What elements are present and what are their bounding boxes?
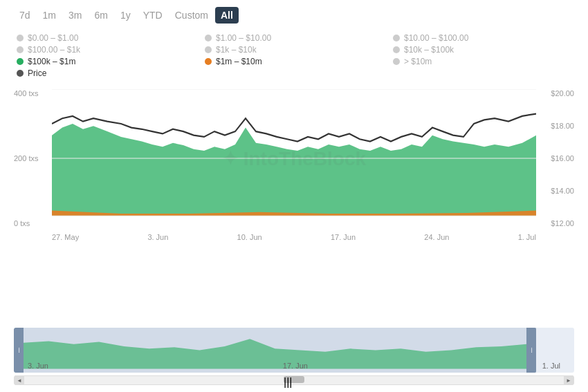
legend: $0.00 – $1.00 $1.00 – $10.00 $10.00 – $1… bbox=[14, 33, 574, 78]
main-container: 7d 1m 3m 6m 1y YTD Custom All $0.00 – $1… bbox=[0, 0, 588, 392]
legend-item-10k-100k: $10k – $100k bbox=[393, 45, 574, 55]
legend-item-10-100: $10.00 – $100.00 bbox=[393, 33, 574, 43]
y-axis-right: $20.00 $18.00 $16.00 $14.00 $12.00 bbox=[540, 89, 574, 241]
scrollbar-thumb[interactable]: ||| bbox=[284, 376, 304, 383]
legend-item-0-1: $0.00 – $1.00 bbox=[17, 33, 198, 43]
y-label-12: $12.00 bbox=[551, 219, 574, 227]
legend-item-price: Price bbox=[17, 68, 198, 78]
btn-6m[interactable]: 6m bbox=[89, 7, 113, 24]
legend-label: > $10m bbox=[404, 57, 432, 66]
y-label-20: $20.00 bbox=[551, 89, 574, 97]
x-label-jun24: 24. Jun bbox=[424, 233, 449, 241]
nav-label-jul1: 1. Jul bbox=[542, 362, 560, 370]
y-label-18: $18.00 bbox=[551, 122, 574, 130]
btn-7d[interactable]: 7d bbox=[14, 7, 36, 24]
legend-label: $0.00 – $1.00 bbox=[28, 33, 78, 43]
legend-item-100-1k: $100.00 – $1k bbox=[17, 45, 198, 55]
y-label-16: $16.00 bbox=[551, 154, 574, 162]
btn-1y[interactable]: 1y bbox=[115, 7, 136, 24]
legend-item-1k-10k: $1k – $10k bbox=[205, 45, 386, 55]
x-label-jun17: 17. Jun bbox=[331, 233, 356, 241]
scrollbar-track: ◄ ||| ► bbox=[14, 375, 574, 385]
legend-dot bbox=[393, 58, 400, 65]
legend-dot bbox=[393, 35, 400, 41]
legend-dot bbox=[205, 35, 212, 41]
legend-dot bbox=[205, 58, 212, 65]
chart-wrapper: 400 txs 200 txs 0 txs $20.00 $18.00 $16.… bbox=[14, 89, 574, 325]
legend-dot bbox=[17, 46, 24, 53]
btn-1m[interactable]: 1m bbox=[37, 7, 62, 24]
legend-item-100k-1m: $100k – $1m bbox=[17, 57, 198, 66]
legend-dot bbox=[17, 58, 24, 65]
btn-ytd[interactable]: YTD bbox=[138, 7, 168, 24]
legend-item-1m-10m: $1m – $10m bbox=[205, 57, 386, 66]
chart-svg bbox=[52, 89, 536, 227]
y-label-0: 0 txs bbox=[14, 219, 52, 227]
legend-dot bbox=[17, 70, 24, 77]
legend-dot bbox=[205, 46, 212, 53]
x-label-may27: 27. May bbox=[52, 233, 79, 241]
legend-dot bbox=[17, 35, 24, 41]
legend-item-1-10: $1.00 – $10.00 bbox=[205, 33, 386, 43]
legend-label: $1k – $10k bbox=[216, 45, 257, 55]
time-range-bar: 7d 1m 3m 6m 1y YTD Custom All bbox=[14, 7, 574, 24]
legend-label: $1m – $10m bbox=[216, 57, 262, 66]
y-axis-left: 400 txs 200 txs 0 txs bbox=[14, 89, 52, 241]
legend-label: $10k – $100k bbox=[404, 45, 454, 55]
y-label-200: 200 txs bbox=[14, 154, 52, 162]
btn-custom[interactable]: Custom bbox=[169, 7, 214, 24]
x-label-jul1: 1. Jul bbox=[518, 233, 536, 241]
chart-area: 400 txs 200 txs 0 txs $20.00 $18.00 $16.… bbox=[14, 89, 574, 241]
nav-x-labels: 3. Jun 17. Jun 1. Jul bbox=[14, 362, 574, 370]
nav-label-jun3: 3. Jun bbox=[28, 362, 48, 370]
legend-label: $1.00 – $10.00 bbox=[216, 33, 271, 43]
legend-item-gt-10m: > $10m bbox=[393, 57, 574, 66]
btn-3m[interactable]: 3m bbox=[63, 7, 87, 24]
y-label-400: 400 txs bbox=[14, 89, 52, 97]
scrollbar-left-arrow[interactable]: ◄ bbox=[15, 375, 24, 385]
x-axis: 27. May 3. Jun 10. Jun 17. Jun 24. Jun 1… bbox=[52, 227, 536, 241]
legend-dot bbox=[393, 46, 400, 53]
chart-svg-container: ✦ IntoTheBlock bbox=[52, 89, 536, 227]
legend-label: Price bbox=[28, 68, 46, 78]
scrollbar-right-arrow[interactable]: ► bbox=[564, 375, 573, 385]
nav-label-jun17: 17. Jun bbox=[283, 362, 308, 370]
nav-chart: ⁞ ⁞ 3. Jun 17. Jun 1. Jul bbox=[14, 328, 574, 373]
x-label-jun10: 10. Jun bbox=[237, 233, 262, 241]
btn-all[interactable]: All bbox=[215, 7, 239, 24]
y-label-14: $14.00 bbox=[551, 187, 574, 195]
scrollbar-inner: ||| bbox=[24, 376, 564, 384]
legend-label: $100k – $1m bbox=[28, 57, 75, 66]
legend-label: $10.00 – $100.00 bbox=[404, 33, 468, 43]
legend-label: $100.00 – $1k bbox=[28, 45, 80, 55]
x-label-jun3: 3. Jun bbox=[147, 233, 168, 241]
